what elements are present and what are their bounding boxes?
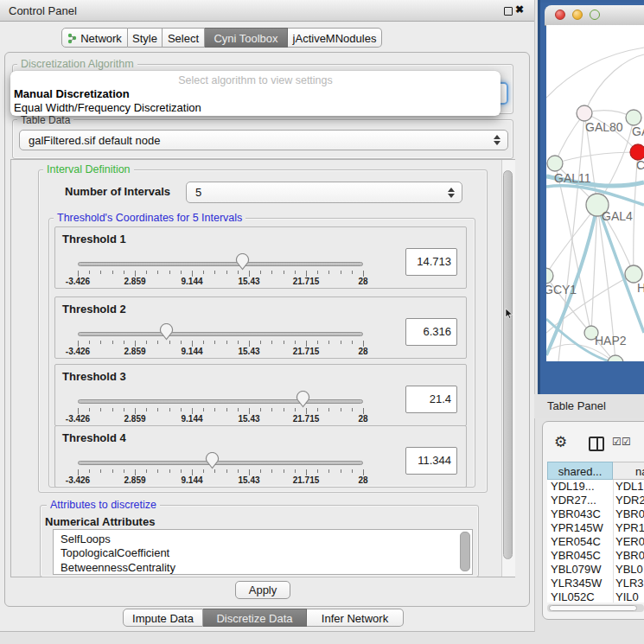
tick-label: 15.43 <box>227 277 271 286</box>
network-node-label: C <box>636 158 644 172</box>
tick-label: 28 <box>341 277 385 286</box>
threshold-slider-track[interactable] <box>78 262 363 266</box>
table-row[interactable]: YBL079WYBL0 <box>547 563 644 577</box>
table-row[interactable]: YIL052CYIL0 <box>547 590 644 603</box>
tick-mark <box>89 469 90 473</box>
tab-style[interactable]: Style <box>128 28 163 48</box>
deselect-all-checkbox-icon[interactable]: ☑ <box>622 436 631 448</box>
network-edge[interactable] <box>546 48 644 98</box>
gear-icon[interactable]: ⚙ <box>554 433 567 451</box>
settings-scrollbar-thumb[interactable] <box>503 170 513 559</box>
threshold-slider-thumb[interactable] <box>235 253 250 271</box>
tick-mark <box>226 271 227 274</box>
tick-mark <box>100 408 101 411</box>
cell-shared-name: YER054C <box>551 535 611 548</box>
num-intervals-combobox[interactable]: 5 <box>186 182 462 203</box>
attribute-list-item[interactable]: BetweennessCentrality <box>61 561 175 575</box>
network-node-label: GAL4 <box>602 209 633 223</box>
threshold-value-field[interactable]: 14.713 <box>405 248 457 276</box>
tick-mark <box>169 271 170 274</box>
table-row[interactable]: YPR145WYPR1 <box>547 521 644 535</box>
tick-mark <box>295 408 296 411</box>
threshold-label: Threshold 1 <box>62 233 126 245</box>
tab-jactivemnodules[interactable]: jActiveMNodules <box>288 28 382 48</box>
threshold-slider-thumb[interactable] <box>159 323 174 341</box>
network-node[interactable] <box>546 268 553 284</box>
cell-name: YDR2 <box>615 494 644 507</box>
network-node[interactable] <box>577 105 592 121</box>
table-row[interactable]: YDL19...YDL1 <box>547 480 644 494</box>
threshold-value-field[interactable]: 6.316 <box>405 318 457 346</box>
threshold-label: Threshold 3 <box>62 370 126 383</box>
tick-label: 9.144 <box>170 475 214 485</box>
table-row[interactable]: YBR043CYBR0 <box>547 507 644 521</box>
minimize-traffic-light-icon[interactable] <box>572 10 583 20</box>
numerical-attributes-list[interactable]: SelfLoopsTopologicalCoefficientBetweenne… <box>53 529 473 575</box>
tick-mark <box>363 271 364 277</box>
combo-updown-icon <box>494 135 501 145</box>
float-window-icon[interactable] <box>504 7 513 16</box>
attribute-list-item[interactable]: TopologicalCoefficient <box>61 546 169 560</box>
network-node-label: H <box>637 281 644 295</box>
apply-button[interactable]: Apply <box>235 581 290 599</box>
tick-mark <box>203 271 204 274</box>
threshold-value-field[interactable]: 11.344 <box>405 447 457 475</box>
threshold-slider-track[interactable] <box>78 399 363 404</box>
network-node[interactable] <box>625 265 642 283</box>
list-scrollbar-thumb[interactable] <box>460 532 470 571</box>
cell-name: YBR0 <box>615 507 644 520</box>
threshold-slider-thumb[interactable] <box>205 452 220 469</box>
popup-option-manual-discretization[interactable]: Manual Discretization <box>14 87 130 100</box>
tick-label: 2.859 <box>113 277 156 286</box>
tick-label: 21.715 <box>284 414 328 424</box>
tick-label: 2.859 <box>113 347 156 356</box>
attributes-group-title: Attributes to discretize <box>47 499 160 511</box>
cell-name: YBL0 <box>615 563 644 576</box>
tab-network[interactable]: Network <box>61 28 128 48</box>
column-header-shared-name[interactable]: shared... <box>547 462 613 480</box>
table-hscrollbar-thumb[interactable] <box>549 605 637 611</box>
tab-cyni-toolbox[interactable]: Cyni Toolbox <box>205 28 288 48</box>
table-row[interactable]: YLR345WYLR3 <box>547 577 644 590</box>
tick-mark <box>271 271 272 274</box>
threshold-slider-thumb[interactable] <box>296 391 310 408</box>
tick-mark <box>203 341 204 344</box>
columns-icon[interactable] <box>589 437 604 451</box>
table-row[interactable]: YDR27...YDR2 <box>547 494 644 507</box>
threshold-value-field[interactable]: 21.4 <box>405 386 457 413</box>
application-root: Control Panel ✖ Network Style Select Cyn… <box>0 0 644 644</box>
tick-mark <box>78 341 79 347</box>
tab-cyni-toolbox-label: Cyni Toolbox <box>214 32 277 45</box>
tab-infer-network[interactable]: Infer Network <box>307 609 404 627</box>
tab-discretize-data[interactable]: Discretize Data <box>203 609 307 627</box>
threshold-label: Threshold 4 <box>62 431 126 444</box>
tick-mark <box>78 408 79 414</box>
popup-option-equal-width-frequency[interactable]: Equal Width/Frequency Discretization <box>14 101 201 114</box>
tick-mark <box>157 341 158 344</box>
tab-impute-data[interactable]: Impute Data <box>123 609 203 627</box>
tick-mark <box>124 341 124 344</box>
tick-mark <box>260 271 261 274</box>
close-icon[interactable]: ✖ <box>515 3 524 16</box>
network-edge[interactable] <box>555 113 584 163</box>
tick-label: 2.859 <box>113 414 156 424</box>
control-panel-titlebar[interactable] <box>0 0 534 22</box>
network-edge[interactable] <box>555 152 638 163</box>
attribute-list-item[interactable]: SelfLoops <box>61 532 111 546</box>
tick-mark <box>352 408 353 411</box>
table-data-combobox[interactable]: galFiltered.sif default node <box>19 130 508 150</box>
table-row[interactable]: YBR045CYBR0 <box>547 549 644 563</box>
table-row[interactable]: YER054CYER0 <box>547 535 644 549</box>
network-node[interactable] <box>626 110 641 125</box>
zoom-traffic-light-icon[interactable] <box>590 10 600 20</box>
threshold-slider-track[interactable] <box>78 461 363 465</box>
network-node[interactable] <box>547 156 563 171</box>
tab-select[interactable]: Select <box>163 28 205 48</box>
threshold-box: Threshold 1 -3.4262.8599.14415.4321.7152… <box>54 226 467 289</box>
close-traffic-light-icon[interactable] <box>555 10 565 20</box>
select-all-checkbox-icon[interactable]: ☑ <box>612 436 622 448</box>
column-header-name[interactable]: na <box>613 462 644 480</box>
tick-label: 28 <box>341 475 385 485</box>
network-canvas[interactable]: GAL80GACGAL11GAL4GCY1HHAP2 <box>546 25 644 361</box>
threshold-slider-track[interactable] <box>78 332 363 336</box>
